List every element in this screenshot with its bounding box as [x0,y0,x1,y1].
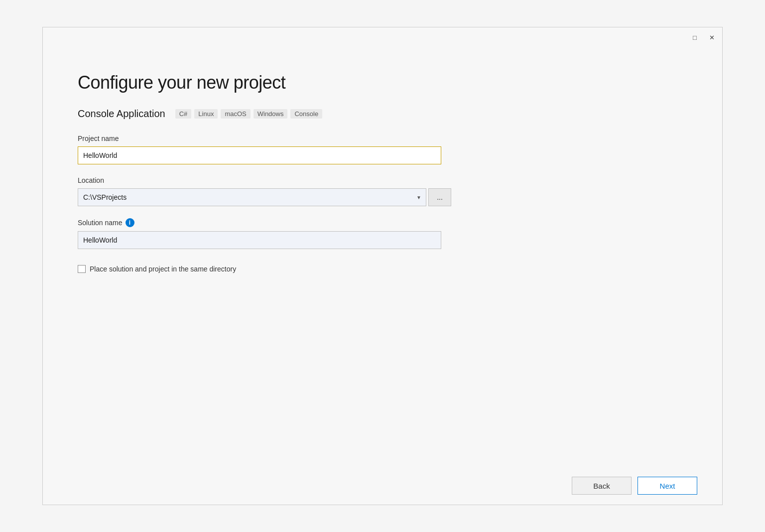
project-type-row: Console Application C# Linux macOS Windo… [78,108,687,120]
project-name-section: Project name [78,134,687,164]
tag-csharp: C# [175,109,192,119]
maximize-button[interactable]: □ [690,33,699,42]
solution-name-input[interactable] [78,231,441,249]
info-icon[interactable]: i [126,218,134,227]
solution-name-section: Solution name i [78,218,687,249]
solution-name-label: Solution name i [78,218,687,227]
same-directory-row: Place solution and project in the same d… [78,265,687,273]
location-select[interactable]: C:\VSProjects [78,188,426,206]
next-button[interactable]: Next [638,477,697,495]
project-type-name: Console Application [78,108,165,120]
page-title: Configure your new project [78,72,687,93]
same-directory-checkbox[interactable] [78,265,86,273]
location-label: Location [78,176,687,184]
back-button[interactable]: Back [572,477,632,495]
location-section: Location C:\VSProjects ▼ ... [78,176,687,206]
tag-windows: Windows [254,109,288,119]
same-directory-label: Place solution and project in the same d… [90,265,236,273]
main-content: Configure your new project Console Appli… [43,47,722,467]
tag-macos: macOS [221,109,250,119]
browse-button-label: ... [437,193,443,201]
back-button-label: Back [593,482,610,490]
browse-button[interactable]: ... [428,188,451,206]
project-name-label: Project name [78,134,687,142]
close-icon: ✕ [709,34,715,41]
tag-console: Console [290,109,322,119]
main-window: □ ✕ Configure your new project Console A… [42,27,723,505]
close-button[interactable]: ✕ [707,33,716,42]
location-label-text: Location [78,176,104,184]
maximize-icon: □ [693,34,697,41]
project-name-label-text: Project name [78,134,119,142]
footer: Back Next [43,467,722,505]
solution-name-label-text: Solution name [78,219,123,227]
tag-linux: Linux [194,109,218,119]
next-button-label: Next [660,482,675,490]
project-name-input[interactable] [78,146,441,164]
title-bar: □ ✕ [43,27,722,47]
location-select-wrapper: C:\VSProjects ▼ [78,188,426,206]
location-row: C:\VSProjects ▼ ... [78,188,687,206]
